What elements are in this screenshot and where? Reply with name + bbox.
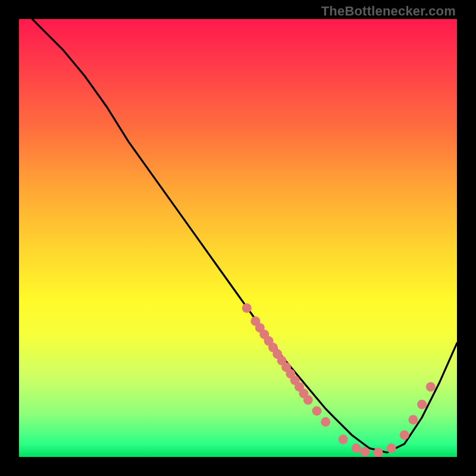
chart-marker bbox=[360, 447, 369, 456]
chart-marker bbox=[321, 417, 330, 427]
chart-plot-area bbox=[19, 19, 457, 457]
chart-marker bbox=[408, 415, 418, 424]
chart-marker bbox=[352, 443, 361, 453]
chart-marker bbox=[303, 395, 313, 405]
chart-marker bbox=[312, 406, 322, 416]
chart-svg bbox=[19, 19, 457, 457]
chart-curve bbox=[32, 19, 457, 453]
chart-marker bbox=[417, 400, 427, 409]
chart-marker bbox=[426, 382, 436, 392]
chart-marker bbox=[387, 443, 396, 453]
chart-marker bbox=[374, 448, 383, 457]
chart-marker bbox=[400, 430, 409, 440]
chart-markers bbox=[242, 303, 436, 457]
chart-marker bbox=[339, 435, 348, 444]
watermark-text: TheBottlenecker.com bbox=[321, 4, 456, 19]
chart-marker bbox=[242, 303, 252, 313]
